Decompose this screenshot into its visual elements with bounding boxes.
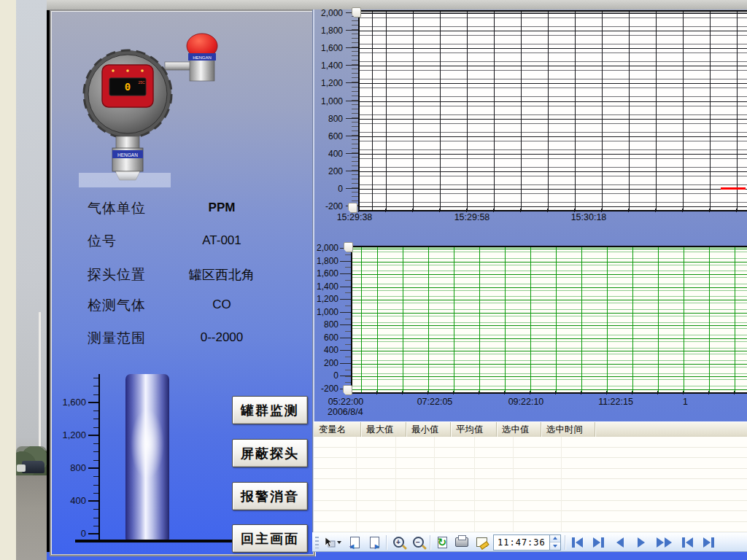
step-forward-button[interactable] bbox=[632, 534, 650, 551]
table-column-separator bbox=[474, 437, 475, 532]
go-last-button[interactable] bbox=[590, 534, 608, 551]
realtime-chart-y-axis-labels: 2,000 1,800 1,600 1,400 1,200 1,000 800 … bbox=[306, 4, 343, 215]
print-button[interactable] bbox=[454, 534, 470, 551]
y-tick-label: 200 bbox=[306, 163, 343, 180]
toolbar-grip[interactable] bbox=[315, 537, 319, 548]
zoom-in-icon: + bbox=[393, 537, 404, 548]
gauge-tick-label: 800 bbox=[51, 451, 86, 484]
svg-text:25C: 25C bbox=[138, 80, 145, 85]
fast-forward-button[interactable] bbox=[654, 534, 676, 551]
go-first-button[interactable] bbox=[569, 534, 587, 551]
y-tick-label: 1,800 bbox=[302, 255, 338, 268]
refresh-icon: ↻ bbox=[438, 537, 447, 548]
back-to-main-button[interactable]: 回主画面 bbox=[232, 524, 308, 553]
history-y-axis-major-ticks bbox=[340, 248, 351, 389]
time-spin-down-button[interactable] bbox=[550, 542, 560, 550]
field-value-gas-unit: PPM bbox=[160, 201, 283, 215]
field-value-probe-location: 罐区西北角 bbox=[160, 266, 283, 284]
y-tick-label: 0 bbox=[302, 370, 338, 383]
y-tick-label: 1,200 bbox=[302, 293, 338, 306]
zoom-out-button[interactable]: − bbox=[410, 534, 426, 551]
field-value-range: 0--2000 bbox=[160, 330, 283, 345]
table-column-separator bbox=[356, 437, 357, 532]
detector-panel: HENGAN 0 25C HENGAN 气体单位 PPM 位号 AT-001 探… bbox=[50, 9, 315, 556]
history-trend-plot[interactable] bbox=[351, 246, 747, 394]
step-back-button[interactable] bbox=[611, 534, 629, 551]
gauge-scale-labels: 1,600 1,200 800 400 0 bbox=[51, 386, 86, 550]
jump-last-icon-arrow bbox=[703, 537, 711, 548]
y-tick-label: 1,600 bbox=[302, 268, 338, 281]
time-spin-up-button[interactable] bbox=[550, 535, 560, 542]
caret-up-icon bbox=[553, 537, 557, 540]
gauge-tick-label: 1,600 bbox=[51, 386, 86, 419]
table-column-separator bbox=[513, 437, 514, 532]
jump-first-icon-arrow bbox=[686, 537, 693, 548]
alarm-mute-button[interactable]: 报警消音 bbox=[232, 482, 308, 510]
detector-display-value: 0 bbox=[125, 81, 131, 93]
table-column-separator bbox=[434, 437, 435, 532]
field-value-gas-type: CO bbox=[160, 298, 283, 312]
wallpaper-car-2 bbox=[17, 464, 26, 472]
table-column-separator bbox=[561, 437, 562, 532]
y-tick-label: 1,000 bbox=[302, 306, 338, 319]
blank-label-box bbox=[79, 173, 171, 187]
y-tick-label: 2,000 bbox=[302, 242, 338, 255]
x-tick-label: 11:22:15 bbox=[587, 397, 645, 407]
toolbar-separator bbox=[430, 535, 430, 550]
caret-down-icon bbox=[553, 545, 557, 548]
wallpaper-pole bbox=[39, 312, 41, 459]
y-tick-label: 1,400 bbox=[306, 57, 343, 74]
refresh-button[interactable]: ↻ bbox=[434, 534, 450, 551]
wallpaper-road bbox=[16, 475, 47, 560]
y-tick-label: 800 bbox=[302, 319, 338, 332]
gauge-tick-label: 400 bbox=[51, 484, 86, 517]
y-tick-label: 400 bbox=[306, 145, 343, 163]
column-header-selected-value: 选中值 bbox=[497, 422, 541, 438]
field-label-probe-location: 探头位置 bbox=[88, 265, 146, 284]
toolbar-separator bbox=[565, 535, 565, 550]
field-label-gas-type: 检测气体 bbox=[88, 296, 146, 315]
properties-icon bbox=[476, 537, 487, 547]
page-forward-button[interactable]: ► bbox=[366, 534, 382, 551]
x-tick-label: 07:22:05 bbox=[406, 397, 464, 407]
trend-toolbar: ◄ ► + − ↻ 11:47:36 bbox=[312, 532, 747, 552]
x-tick-label: 15:30:18 bbox=[560, 212, 618, 222]
shield-probe-button[interactable]: 屏蔽探头 bbox=[232, 439, 308, 467]
history-x-axis-ticks bbox=[351, 391, 747, 394]
time-spinner-value[interactable]: 11:47:36 bbox=[494, 537, 549, 548]
realtime-trend-plot[interactable] bbox=[358, 10, 747, 211]
realtime-y-axis-major-ticks bbox=[346, 12, 358, 208]
x-tick-label: 15:29:38 bbox=[325, 212, 384, 222]
go-first-icon bbox=[572, 537, 575, 548]
field-value-tag: AT-001 bbox=[160, 233, 283, 248]
tank-group-monitor-button[interactable]: 罐群监测 bbox=[232, 396, 308, 424]
cursor-tool-icon bbox=[324, 537, 336, 548]
zoom-in-button[interactable]: + bbox=[390, 534, 406, 551]
y-tick-label: 400 bbox=[302, 344, 338, 357]
y-tick-label: 0 bbox=[306, 180, 343, 198]
jump-last-button[interactable] bbox=[700, 534, 718, 551]
cursor-tool-button[interactable] bbox=[322, 534, 343, 551]
gauge-tick-label: 0 bbox=[51, 517, 86, 550]
y-tick-label: 1,800 bbox=[306, 22, 343, 39]
y-tick-label: 1,400 bbox=[302, 281, 338, 294]
column-header-selected-time: 选中时间 bbox=[541, 422, 595, 438]
window-top-strip bbox=[47, 0, 747, 10]
cursor-tool-dropdown-caret bbox=[337, 541, 341, 544]
time-spinner[interactable]: 11:47:36 bbox=[493, 534, 561, 551]
jump-first-button[interactable] bbox=[679, 534, 697, 551]
page-back-button[interactable]: ◄ bbox=[347, 534, 363, 551]
page-back-icon: ◄ bbox=[350, 537, 360, 548]
y-tick-label: 600 bbox=[306, 128, 343, 145]
fast-forward-icon-2 bbox=[665, 537, 672, 548]
properties-button[interactable] bbox=[473, 534, 489, 551]
gauge-tube-highlight bbox=[125, 374, 169, 540]
y-tick-label: -200 bbox=[302, 383, 338, 396]
go-last-icon-arrow bbox=[593, 537, 600, 548]
table-column-separator bbox=[395, 437, 396, 532]
stats-table-body[interactable] bbox=[314, 437, 747, 532]
time-spinner-buttons bbox=[549, 535, 560, 550]
y-tick-label: 800 bbox=[306, 110, 343, 128]
field-label-range: 测量范围 bbox=[88, 329, 146, 348]
realtime-x-axis-ticks bbox=[358, 209, 747, 212]
